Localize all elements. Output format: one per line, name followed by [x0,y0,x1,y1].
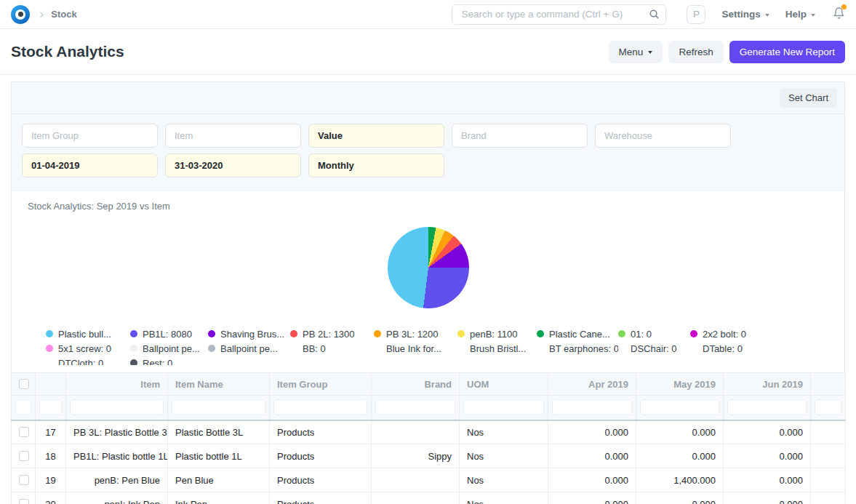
legend-dot-icon [130,359,137,365]
cell-apr-2019: 0.000 [548,468,636,492]
cell-uom: Nos [460,420,548,444]
item-group-filter[interactable] [22,124,158,148]
cell-may-2019: 0.000 [636,492,724,504]
avatar[interactable]: P [687,5,705,24]
report-table: Item Item Name Item Group Brand UOM Apr … [11,372,846,504]
value-type-filter[interactable] [308,124,444,148]
select-all-checkbox[interactable] [19,379,29,389]
legend-dot-icon [537,330,544,337]
cell-jun-2019: 0.000 [724,468,811,492]
cell-row-index: 17 [36,420,66,444]
column-filter-input[interactable] [70,399,164,415]
to-date-filter[interactable] [165,153,301,177]
cell-jun-2019: 0.000 [724,420,811,444]
item-filter[interactable] [165,124,301,148]
legend-item: 2x2 bolt: 0 [690,327,828,341]
navbar: › Stock P Settings Help [0,0,856,29]
cell-jun-2019: 0.000 [724,444,811,468]
settings-menu[interactable]: Settings [721,9,769,20]
menu-button[interactable]: Menu [609,41,663,63]
brand-filter[interactable] [452,124,588,148]
cell-apr-2019: 0.000 [548,420,636,444]
column-filter-input[interactable] [552,399,632,415]
column-filter-input[interactable] [727,399,807,415]
legend-dot-icon [208,345,215,352]
global-search [452,4,666,25]
cell-row-index: 18 [36,444,66,468]
row-index-header [36,373,66,396]
legend-dot-icon [46,330,53,337]
col-header-jun-2019[interactable]: Jun 2019 [724,373,811,396]
row-checkbox[interactable] [19,451,29,461]
legend-item: DTable: 0 [690,341,828,356]
legend-item: BB: 0 [290,341,374,356]
cell-row-index: 20 [36,492,66,504]
range-filter[interactable] [308,153,444,177]
refresh-button[interactable]: Refresh [668,41,723,63]
legend-dot-icon [690,345,697,352]
legend-dot-icon [130,330,137,337]
cell-apr-2019: 0.000 [548,492,636,504]
set-chart-button[interactable]: Set Chart [780,88,837,108]
notifications-bell-icon[interactable] [833,7,845,23]
column-filter-input[interactable] [640,399,719,415]
cell-item: PB 3L: Plastic Bottle 3L [66,420,168,444]
legend-item: Blue Ink for... [374,341,457,356]
breadcrumb-chevron-icon: › [39,6,44,22]
page-head: Stock Analytics Menu Refresh Generate Ne… [0,29,856,75]
chart-toolbar: Set Chart [12,82,844,114]
cell-item-name: Plastic bottle 1L [168,444,270,468]
cell-uom: Nos [460,444,548,468]
settings-label: Settings [721,9,760,20]
legend-item: 5x1 screw: 0 [46,341,130,356]
warehouse-filter[interactable] [595,124,731,148]
search-icon [649,9,660,23]
legend-dot-icon [46,359,53,365]
column-filter-input[interactable] [463,399,544,415]
breadcrumb[interactable]: Stock [51,9,76,20]
col-header-item-group[interactable]: Item Group [270,373,372,396]
table-header-row: Item Item Name Item Group Brand UOM Apr … [12,373,846,396]
help-menu[interactable]: Help [785,9,815,20]
column-filter-input[interactable] [815,399,841,415]
legend-item: Ballpoint pe... [130,341,208,356]
legend-item: 01: 0 [618,327,690,341]
col-header-item[interactable]: Item [66,373,168,396]
legend-dot-icon [46,345,53,352]
column-filter-input[interactable] [375,399,455,415]
cell-item-name: Pen Blue [168,468,270,492]
cell-item: penB: Pen Blue [66,468,168,492]
cell-item-group: Products [270,492,372,504]
column-filter-input[interactable] [39,399,62,415]
col-header-uom[interactable]: UOM [460,373,548,396]
legend-item: Ballpoint pe... [208,341,290,356]
search-input[interactable] [452,4,666,25]
row-checkbox[interactable] [19,475,29,485]
chart-legend: Plastic bull... PB1L: 8080 Shaving Brus.… [46,327,828,365]
legend-item: DSChair: 0 [618,341,690,356]
generate-new-report-button[interactable]: Generate New Report [729,41,845,63]
column-filter-input[interactable] [15,399,31,415]
filter-area [12,114,844,191]
legend-dot-icon [537,345,544,352]
cell-item-group: Products [270,468,372,492]
col-header-apr-2019[interactable]: Apr 2019 [548,373,636,396]
cell-item: PB1L: Plastic bottle 1L [66,444,168,468]
app-logo-icon[interactable] [11,5,30,24]
row-checkbox[interactable] [19,499,29,504]
cell-item-group: Products [270,444,372,468]
report-container: Set Chart Stock Analytics: Sep 2019 vs I… [11,81,845,372]
row-checkbox[interactable] [19,427,29,437]
legend-dot-icon [290,330,297,337]
col-header-item-name[interactable]: Item Name [168,373,270,396]
cell-uom: Nos [460,468,548,492]
legend-item: Rest: 0 [130,356,208,365]
legend-dot-icon [130,345,137,352]
from-date-filter[interactable] [22,153,158,177]
column-filter-input[interactable] [172,399,265,415]
col-header-brand[interactable]: Brand [372,373,460,396]
column-filter-input[interactable] [273,399,367,415]
col-header-may-2019[interactable]: May 2019 [636,373,724,396]
cell-item-group: Products [270,420,372,444]
cell-may-2019: 0.000 [636,420,724,444]
